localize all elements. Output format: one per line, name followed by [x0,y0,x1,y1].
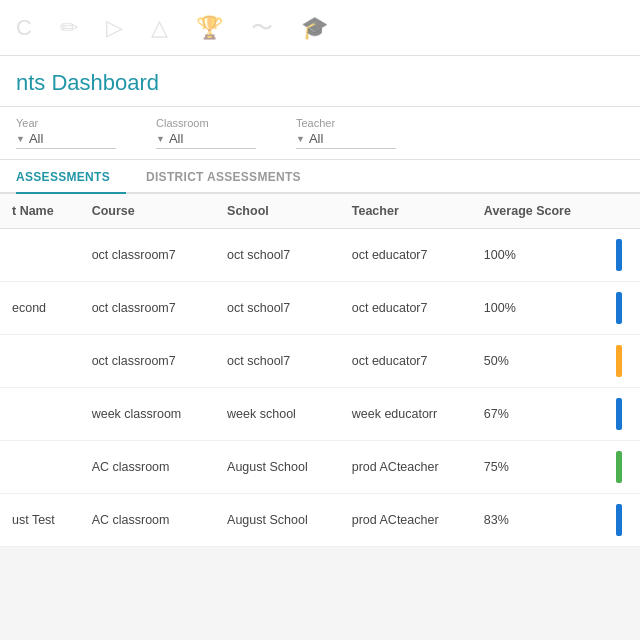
cell-school: oct school7 [215,229,340,282]
title-bar: nts Dashboard [0,56,640,107]
classroom-filter-label: Classroom [156,117,256,129]
cell-course: AC classroom [80,441,215,494]
cell-score-bar [604,388,640,441]
trophy-icon: 🏆 [196,15,223,41]
cell-name [0,441,80,494]
header-icons-bar: C ✏ ▷ △ 🏆 〜 🎓 [0,0,640,56]
year-filter-label: Year [16,117,116,129]
table-row[interactable]: oct classroom7 oct school7 oct educator7… [0,335,640,388]
col-header-teacher: Teacher [340,194,472,229]
cell-avg-score: 83% [472,494,604,547]
cell-teacher: oct educator7 [340,229,472,282]
table-row[interactable]: AC classroom August School prod ACteache… [0,441,640,494]
table-header-row: t Name Course School Teacher Average Sco… [0,194,640,229]
col-header-school: School [215,194,340,229]
cell-school: oct school7 [215,335,340,388]
cell-school: August School [215,441,340,494]
teacher-arrow-icon: ▼ [296,134,305,144]
cell-avg-score: 75% [472,441,604,494]
cell-school: August School [215,494,340,547]
score-bar-indicator [616,345,622,377]
table-row[interactable]: oct classroom7 oct school7 oct educator7… [0,229,640,282]
cell-score-bar [604,229,640,282]
table-row[interactable]: week classroom week school week educator… [0,388,640,441]
cell-avg-score: 100% [472,282,604,335]
tab-my-assessments[interactable]: ASSESSMENTS [16,160,126,194]
teacher-value: All [309,131,323,146]
year-filter[interactable]: Year ▼ All [16,117,116,149]
cell-name [0,335,80,388]
cell-teacher: oct educator7 [340,335,472,388]
score-bar-indicator [616,292,622,324]
cell-score-bar [604,335,640,388]
cell-course: oct classroom7 [80,335,215,388]
cell-school: week school [215,388,340,441]
table-row[interactable]: ust Test AC classroom August School prod… [0,494,640,547]
cell-course: oct classroom7 [80,282,215,335]
cell-school: oct school7 [215,282,340,335]
tabs-bar: ASSESSMENTS DISTRICT ASSESSMENTS [0,160,640,194]
cell-name: econd [0,282,80,335]
year-arrow-icon: ▼ [16,134,25,144]
classroom-value: All [169,131,183,146]
col-header-bar [604,194,640,229]
cell-course: week classroom [80,388,215,441]
score-bar-indicator [616,451,622,483]
pencil-icon: ✏ [60,15,78,41]
assessments-table-container: t Name Course School Teacher Average Sco… [0,194,640,547]
cell-teacher: prod ACteacher [340,441,472,494]
tab-district-assessments[interactable]: DISTRICT ASSESSMENTS [146,160,317,194]
classroom-dropdown[interactable]: ▼ All [156,131,256,149]
table-row[interactable]: econd oct classroom7 oct school7 oct edu… [0,282,640,335]
score-bar-indicator [616,239,622,271]
teacher-filter-label: Teacher [296,117,396,129]
classroom-arrow-icon: ▼ [156,134,165,144]
cell-name: ust Test [0,494,80,547]
teacher-dropdown[interactable]: ▼ All [296,131,396,149]
cell-avg-score: 67% [472,388,604,441]
page-title: nts Dashboard [16,70,624,96]
col-header-course: Course [80,194,215,229]
col-header-avg-score: Average Score [472,194,604,229]
cell-teacher: oct educator7 [340,282,472,335]
graduation-icon: 🎓 [301,15,328,41]
cell-avg-score: 100% [472,229,604,282]
year-dropdown[interactable]: ▼ All [16,131,116,149]
cell-name [0,229,80,282]
cell-score-bar [604,441,640,494]
cell-score-bar [604,494,640,547]
teacher-filter[interactable]: Teacher ▼ All [296,117,396,149]
year-value: All [29,131,43,146]
cell-course: AC classroom [80,494,215,547]
cell-teacher: prod ACteacher [340,494,472,547]
letter-c-icon: C [16,15,32,41]
cell-course: oct classroom7 [80,229,215,282]
cell-score-bar [604,282,640,335]
play-icon: ▷ [106,15,123,41]
cell-teacher: week educatorr [340,388,472,441]
triangle-icon: △ [151,15,168,41]
filters-bar: Year ▼ All Classroom ▼ All Teacher ▼ All [0,107,640,160]
classroom-filter[interactable]: Classroom ▼ All [156,117,256,149]
cell-avg-score: 50% [472,335,604,388]
assessments-table: t Name Course School Teacher Average Sco… [0,194,640,547]
cell-name [0,388,80,441]
score-bar-indicator [616,504,622,536]
wave-icon: 〜 [251,13,273,43]
col-header-name: t Name [0,194,80,229]
score-bar-indicator [616,398,622,430]
